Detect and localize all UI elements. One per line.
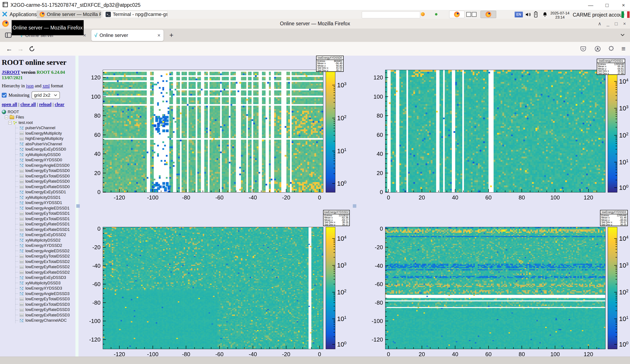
heatmap-canvas-lowEnergyXYDSSD2[interactable] bbox=[103, 227, 323, 349]
colorbar[interactable] bbox=[608, 227, 617, 349]
taskbar-window-firefox[interactable]: Online server — Mozilla Fi... bbox=[37, 11, 101, 18]
tree-item-lowEnergyMultiplicity[interactable]: lowEnergyMultiplicity bbox=[16, 131, 76, 136]
heatmap-canvas-lowEnergyXYDSSD3[interactable] bbox=[386, 227, 605, 349]
tree-item-lowEnergyExTotalDSSD3[interactable]: lowEnergyExTotalDSSD3 bbox=[16, 302, 76, 307]
workspace-pager[interactable] bbox=[466, 12, 476, 17]
window-close-button[interactable]: × bbox=[620, 19, 629, 29]
tree-item-lowEnergyExEyDSSD3[interactable]: lowEnergyExEyDSSD3 bbox=[16, 275, 76, 281]
tree-item-lowEnergyEyTotalDSSD2[interactable]: lowEnergyEyTotalDSSD2 bbox=[16, 254, 76, 259]
tree-item-lowEnergyXYDSSD1[interactable]: lowEnergyXYDSSD1 bbox=[16, 200, 76, 206]
window-shade-button[interactable]: ∧ bbox=[596, 19, 604, 29]
tab-close-icon[interactable]: × bbox=[158, 32, 160, 38]
tree-item-pulserVsChannel[interactable]: pulserVsChannel bbox=[16, 126, 76, 131]
workspace-1[interactable] bbox=[466, 12, 471, 17]
tree-item-lowEnergyAngleEDSSD3[interactable]: lowEnergyAngleEDSSD3 bbox=[16, 291, 76, 297]
tree-item-lowEnergyEyTotalDSSD0[interactable]: lowEnergyEyTotalDSSD0 bbox=[16, 168, 76, 174]
tree-item-lowEnergyEyRateDSSD2[interactable]: lowEnergyEyRateDSSD2 bbox=[16, 264, 76, 270]
tree-node-files[interactable]: Files bbox=[5, 115, 76, 120]
jsroot-link[interactable]: JSROOT bbox=[2, 70, 20, 75]
tree-item-lowEnergyEyRateDSSD3[interactable]: lowEnergyEyRateDSSD3 bbox=[16, 307, 76, 313]
jsroot-pad-lowEnergyXYDSSD1[interactable]: 0204060801001200204060801001201041031021… bbox=[354, 56, 630, 206]
tree-item-lowEnergyXYDSSD2[interactable]: lowEnergyXYDSSD2 bbox=[16, 243, 76, 249]
notifications-bell-icon[interactable] bbox=[542, 11, 548, 17]
tree-item-xyMultiplicityDSSD2[interactable]: xyMultiplicityDSSD2 bbox=[16, 238, 76, 243]
tree-item-lowEnergyEyRateDSSD0[interactable]: lowEnergyEyRateDSSD0 bbox=[16, 179, 76, 184]
colorbar[interactable] bbox=[608, 70, 617, 192]
tab-online-server-active[interactable]: √ Online server × bbox=[91, 30, 164, 41]
taskbar-window-terminal[interactable]: >_ Terminal - npg@carme-gsi... bbox=[103, 11, 168, 18]
firefox-view-icon[interactable] bbox=[4, 31, 12, 40]
tree-item-lowEnergyXYDSSD0[interactable]: lowEnergyXYDSSD0 bbox=[16, 158, 76, 163]
tree-item-highEnergyMultiplicity[interactable]: highEnergyMultiplicity bbox=[16, 136, 76, 142]
plot-frame[interactable] bbox=[385, 227, 606, 349]
tree-item-xyMultiplicityDSSD0[interactable]: xyMultiplicityDSSD0 bbox=[16, 152, 76, 158]
tree-item-lowEnergyAngleEDSSD1[interactable]: lowEnergyAngleEDSSD1 bbox=[16, 205, 76, 211]
collapse-expander-icon[interactable] bbox=[5, 116, 8, 119]
tree-item-lowEnergyExEyDSSD1[interactable]: lowEnergyExEyDSSD1 bbox=[16, 190, 76, 195]
stat-box-lowEnergyXYDSSD3[interactable]: lowEnergyXYDSSD3Entries1295446Mean x61.4… bbox=[600, 210, 628, 226]
window-maximize-button[interactable]: □ bbox=[612, 19, 620, 29]
collapse-expander-icon[interactable] bbox=[8, 121, 12, 124]
colorbar[interactable] bbox=[326, 227, 335, 349]
firefox-tray-button[interactable] bbox=[480, 11, 496, 18]
account-icon[interactable] bbox=[592, 42, 603, 56]
back-button[interactable]: ← bbox=[4, 42, 14, 56]
tree-item-absPulserVsChannel[interactable]: absPulserVsChannel bbox=[16, 141, 76, 147]
flag-tray-icon[interactable] bbox=[622, 11, 630, 18]
tree-item-xyMultiplicityDSSD1[interactable]: xyMultiplicityDSSD1 bbox=[16, 195, 76, 200]
pad-resize-handle[interactable] bbox=[353, 204, 356, 208]
forward-button[interactable]: → bbox=[15, 42, 26, 56]
plot-frame[interactable] bbox=[103, 227, 323, 349]
tree-item-lowEnergyEyTotalDSSD1[interactable]: lowEnergyEyTotalDSSD1 bbox=[16, 211, 76, 216]
tree-item-xyMultiplicityDSSD3[interactable]: xyMultiplicityDSSD3 bbox=[16, 280, 76, 286]
tree-item-lowEnergyExEyDSSD0[interactable]: lowEnergyExEyDSSD0 bbox=[16, 147, 76, 152]
clock[interactable]: 2025-07-14 23:14 bbox=[550, 11, 570, 19]
tree-item-lowEnergyAngleEDSSD2[interactable]: lowEnergyAngleEDSSD2 bbox=[16, 248, 76, 254]
jsroot-pad-lowEnergyXYDSSD0[interactable]: -120-100-80-60-40-2000204060801001201031… bbox=[79, 56, 354, 206]
heatmap-canvas-lowEnergyXYDSSD0[interactable] bbox=[103, 70, 323, 192]
tree-item-lowEnergyChannelADC[interactable]: lowEnergyChannelADC bbox=[16, 318, 76, 323]
tree-item-lowEnergyExRateDSSD3[interactable]: lowEnergyExRateDSSD3 bbox=[16, 313, 76, 318]
tree-item-lowEnergyExRateDSSD1[interactable]: lowEnergyExRateDSSD1 bbox=[16, 227, 76, 232]
notification-icon[interactable] bbox=[421, 12, 425, 16]
jsroot-pad-lowEnergyXYDSSD3[interactable]: 0204060801001200-20-40-60-80-100-1201041… bbox=[354, 206, 630, 356]
tree-item-lowEnergyExTotalDSSD1[interactable]: lowEnergyExTotalDSSD1 bbox=[16, 216, 76, 222]
battery-icon[interactable] bbox=[534, 11, 538, 17]
jsroot-pad-lowEnergyXYDSSD2[interactable]: -120-100-80-60-40-2000-20-40-60-80-100-1… bbox=[79, 206, 354, 356]
tree-item-lowEnergyXYDSSD3[interactable]: lowEnergyXYDSSD3 bbox=[16, 286, 76, 291]
hamburger-menu-icon[interactable]: ≡ bbox=[618, 42, 629, 56]
tree-item-lowEnergyExTotalDSSD2[interactable]: lowEnergyExTotalDSSD2 bbox=[16, 259, 76, 264]
tree-node-testroot[interactable]: test.root bbox=[8, 120, 76, 126]
workspace-2[interactable] bbox=[472, 12, 476, 17]
json-link[interactable]: json bbox=[26, 83, 34, 88]
list-all-tabs-chevron-icon[interactable] bbox=[620, 33, 625, 37]
stat-box-lowEnergyXYDSSD2[interactable]: lowEnergyXYDSSD2Entries1310610Mean x-62.… bbox=[323, 210, 350, 226]
tree-item-lowEnergyExEyDSSD2[interactable]: lowEnergyExEyDSSD2 bbox=[16, 232, 76, 238]
stat-box-lowEnergyXYDSSD0[interactable]: lowEnergyXYDSSD0Entries869481Mean x-56.4… bbox=[316, 56, 344, 72]
tree-item-lowEnergyEyRateDSSD1[interactable]: lowEnergyEyRateDSSD1 bbox=[16, 222, 76, 227]
tree-item-lowEnergyAngleEDSSD0[interactable]: lowEnergyAngleEDSSD0 bbox=[16, 163, 76, 168]
volume-icon[interactable] bbox=[525, 11, 531, 17]
reload-button[interactable] bbox=[27, 42, 37, 56]
plot-frame[interactable] bbox=[385, 70, 606, 192]
tree-node-root[interactable]: ROOT bbox=[2, 109, 76, 115]
window-minimize-button[interactable]: _ bbox=[604, 19, 612, 29]
tree-action-reload[interactable]: reload bbox=[39, 102, 52, 107]
plot-frame[interactable] bbox=[103, 70, 323, 192]
tree-item-lowEnergyEyTotalDSSD3[interactable]: lowEnergyEyTotalDSSD3 bbox=[16, 297, 76, 302]
tree-action-clear[interactable]: clear bbox=[55, 102, 64, 107]
new-tab-button[interactable]: + bbox=[166, 30, 176, 40]
tree-item-lowEnergyExRateDSSD2[interactable]: lowEnergyExRateDSSD2 bbox=[16, 270, 76, 275]
desktop-maximize-button[interactable]: □ bbox=[600, 0, 614, 10]
tree-action-close-all[interactable]: close all bbox=[20, 102, 36, 107]
grid-layout-select[interactable]: grid 2x2 bbox=[32, 91, 60, 99]
monitoring-checkbox[interactable] bbox=[2, 93, 6, 98]
extensions-puzzle-icon[interactable] bbox=[606, 42, 616, 56]
tree-item-lowEnergyExRateDSSD0[interactable]: lowEnergyExRateDSSD0 bbox=[16, 184, 76, 190]
stat-box-lowEnergyXYDSSD1[interactable]: lowEnergyXYDSSD1Entries1265048Mean x65.3… bbox=[597, 59, 625, 75]
xml-link[interactable]: xml bbox=[43, 83, 50, 88]
firefox-launcher-button[interactable] bbox=[449, 11, 464, 18]
heatmap-canvas-lowEnergyXYDSSD1[interactable] bbox=[386, 70, 605, 192]
pocket-icon[interactable] bbox=[578, 42, 588, 56]
desktop-minimize-button[interactable]: — bbox=[584, 0, 597, 10]
